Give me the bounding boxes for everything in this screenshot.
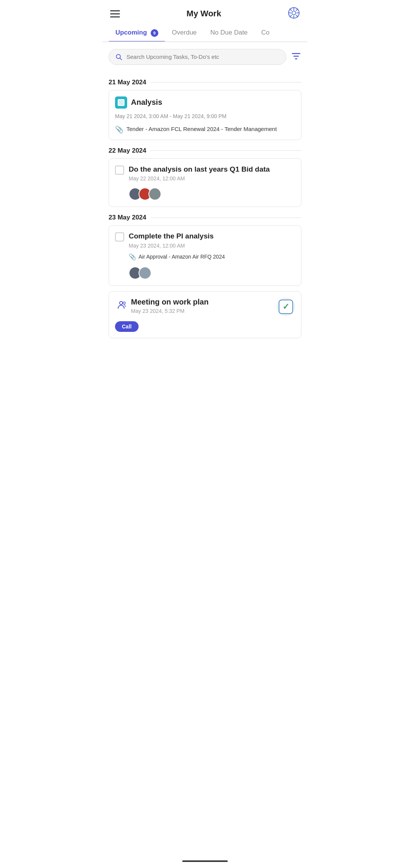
event-attachment: 📎 Tender - Amazon FCL Renewal 2024 - Ten… — [115, 125, 295, 134]
date-label-23-may: 23 May 2024 — [109, 214, 146, 221]
search-bar[interactable] — [109, 49, 286, 65]
search-icon — [115, 53, 123, 61]
tab-no-due-date-label: No Due Date — [210, 29, 248, 36]
svg-point-12 — [120, 301, 123, 305]
call-badge-button[interactable]: Call — [115, 321, 139, 332]
avatar — [148, 188, 161, 200]
date-section-21-may: 21 May 2024 Analysis May 21 2024, 3:00 A… — [109, 79, 301, 140]
date-divider — [151, 82, 301, 82]
tab-upcoming-badge: 9 — [151, 29, 158, 37]
task-title-pi-analysis: Complete the PI analysis — [129, 232, 295, 241]
date-header-22-may: 22 May 2024 — [109, 147, 301, 155]
task-checkbox-pi-analysis[interactable] — [115, 232, 124, 241]
content-area: 21 May 2024 Analysis May 21 2024, 3:00 A… — [102, 69, 308, 353]
svg-line-9 — [290, 15, 292, 17]
tab-completed[interactable]: Co — [254, 25, 276, 41]
attachment-text: Tender - Amazon FCL Renewal 2024 - Tende… — [126, 125, 277, 133]
task-avatars-pi — [129, 267, 295, 279]
svg-line-6 — [290, 9, 292, 11]
attachment-icon: 📎 — [129, 253, 136, 260]
filter-icon[interactable] — [291, 51, 301, 63]
svg-line-7 — [296, 15, 298, 17]
home-indicator — [182, 860, 228, 862]
date-divider — [151, 150, 301, 151]
date-divider — [151, 218, 301, 218]
header: My Work — [102, 0, 308, 25]
date-header-21-may: 21 May 2024 — [109, 79, 301, 86]
task-title-q1-bid: Do the analysis on last years Q1 Bid dat… — [129, 165, 295, 174]
search-container — [102, 42, 308, 69]
task-time-q1-bid: May 22 2024, 12:00 AM — [129, 175, 295, 181]
tab-upcoming-label: Upcoming — [115, 29, 147, 36]
hamburger-menu-icon[interactable] — [110, 10, 120, 17]
tab-overdue-label: Overdue — [172, 29, 197, 36]
task-card-pi-analysis[interactable]: Complete the PI analysis May 23 2024, 12… — [109, 225, 301, 286]
task-card-q1-bid[interactable]: Do the analysis on last years Q1 Bid dat… — [109, 158, 301, 207]
date-section-23-may: 23 May 2024 Complete the PI analysis May… — [109, 214, 301, 338]
event-card-analysis[interactable]: Analysis May 21 2024, 3:00 AM - May 21 2… — [109, 90, 301, 140]
meeting-type-icon — [115, 298, 127, 311]
task-checkbox-q1-bid[interactable] — [115, 166, 124, 175]
bottom-bar — [102, 857, 308, 868]
search-input[interactable] — [126, 54, 280, 60]
tab-no-due-date[interactable]: No Due Date — [203, 25, 254, 41]
date-section-22-may: 22 May 2024 Do the analysis on last year… — [109, 147, 301, 207]
svg-point-13 — [123, 302, 125, 304]
page-title: My Work — [186, 9, 221, 19]
tab-upcoming[interactable]: Upcoming 9 — [109, 25, 165, 41]
meeting-time: May 23 2024, 5:32 PM — [131, 308, 208, 314]
attachment-icon: 📎 — [115, 125, 123, 134]
date-label-22-may: 22 May 2024 — [109, 147, 146, 155]
task-time-pi-analysis: May 23 2024, 12:00 AM — [129, 243, 295, 249]
date-header-23-may: 23 May 2024 — [109, 214, 301, 221]
task-avatars-q1-bid — [129, 188, 295, 200]
tab-bar: Upcoming 9 Overdue No Due Date Co — [102, 25, 308, 42]
event-title: Analysis — [131, 98, 162, 107]
avatar — [139, 267, 151, 279]
settings-icon[interactable] — [288, 7, 300, 21]
complete-check-button[interactable]: ✓ — [277, 298, 295, 316]
attachment-text: Air Approval - Amazon Air RFQ 2024 — [139, 254, 225, 260]
svg-line-11 — [120, 58, 122, 60]
tab-overdue[interactable]: Overdue — [165, 25, 203, 41]
meeting-title: Meeting on work plan — [131, 298, 208, 306]
date-label-21-may: 21 May 2024 — [109, 79, 146, 86]
task-attachment-pi: 📎 Air Approval - Amazon Air RFQ 2024 — [129, 253, 295, 260]
event-time: May 21 2024, 3:00 AM - May 21 2024, 9:00… — [115, 112, 295, 120]
event-type-icon — [115, 96, 127, 109]
checkmark-icon: ✓ — [282, 302, 289, 312]
svg-point-1 — [292, 11, 296, 15]
svg-line-8 — [296, 9, 298, 11]
tab-completed-label: Co — [261, 29, 270, 36]
meeting-card-work-plan[interactable]: Meeting on work plan May 23 2024, 5:32 P… — [109, 291, 301, 338]
